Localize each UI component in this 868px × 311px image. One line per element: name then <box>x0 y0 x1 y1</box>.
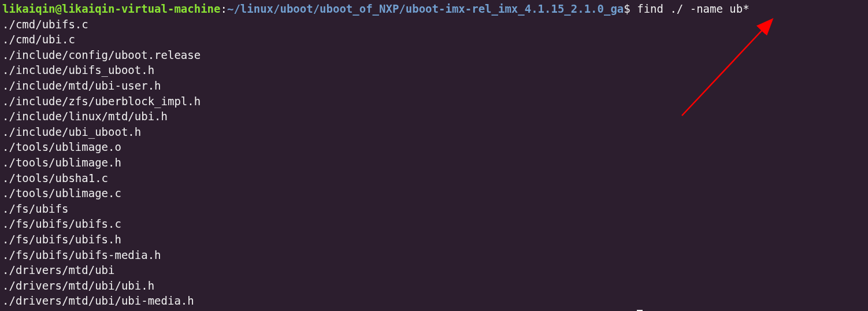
output-line: ./fs/ubifs/ubifs.h <box>2 232 866 247</box>
command-input: find ./ -name ub* <box>637 2 749 15</box>
output-line: ./include/ubifs_uboot.h <box>2 62 866 78</box>
prompt-line-2: likaiqin@likaiqin-virtual-machine:~/linu… <box>2 309 866 311</box>
output-line: ./cmd/ubifs.c <box>2 17 866 32</box>
output-line: ./tools/ublimage.h <box>2 155 866 171</box>
prompt-path: ~/linux/uboot/uboot_of_NXP/uboot-imx-rel… <box>227 2 624 15</box>
output-line: ./tools/ubsha1.c <box>2 171 866 186</box>
output-line: ./drivers/mtd/ubi/ubi.h <box>2 278 866 294</box>
output-line: ./include/ubi_uboot.h <box>2 124 866 140</box>
output-line: ./tools/ublimage.o <box>2 139 866 155</box>
output-line: ./include/linux/mtd/ubi.h <box>2 109 866 124</box>
output-line: ./cmd/ubi.c <box>2 32 866 47</box>
output-line: ./drivers/mtd/ubi/ubi-media.h <box>2 293 866 309</box>
output-line: ./include/zfs/uberblock_impl.h <box>2 94 866 109</box>
command-text <box>630 2 637 15</box>
output-line: ./tools/ublimage.c <box>2 186 866 201</box>
output-line: ./fs/ubifs/ubifs.c <box>2 216 866 232</box>
output-line: ./drivers/mtd/ubi <box>2 262 866 278</box>
prompt-dollar: $ <box>624 2 630 15</box>
prompt-line-1: likaiqin@likaiqin-virtual-machine:~/linu… <box>2 1 866 17</box>
output-line: ./fs/ubifs <box>2 201 866 217</box>
prompt-colon: : <box>221 2 227 15</box>
prompt-user-host: likaiqin@likaiqin-virtual-machine <box>2 2 221 15</box>
output-line: ./include/mtd/ubi-user.h <box>2 78 866 94</box>
terminal-output[interactable]: likaiqin@likaiqin-virtual-machine:~/linu… <box>2 1 866 311</box>
output-line: ./fs/ubifs/ubifs-media.h <box>2 247 866 263</box>
output-line: ./include/config/uboot.release <box>2 47 866 63</box>
